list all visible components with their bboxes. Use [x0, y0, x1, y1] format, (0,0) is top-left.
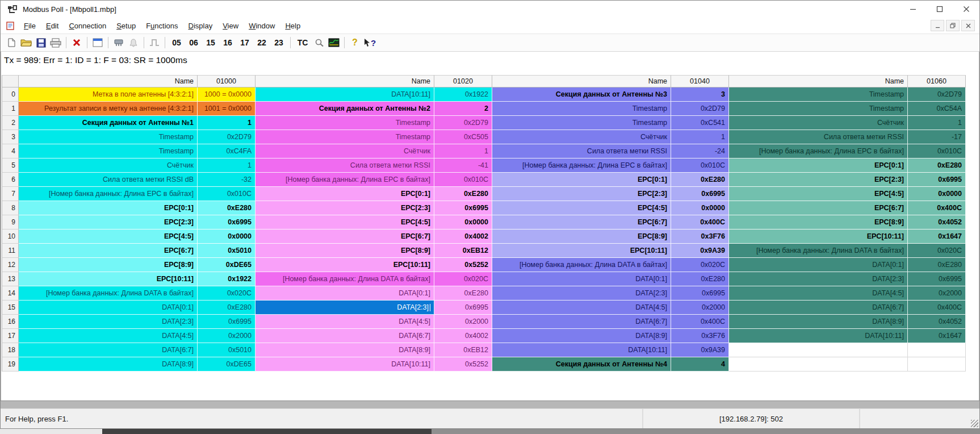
mdi-restore-icon[interactable]	[946, 20, 960, 31]
row-header-18[interactable]: 18	[2, 343, 19, 357]
row-header-10[interactable]: 10	[2, 229, 19, 244]
cell-name-r9-c0[interactable]: EPC[2:3]	[19, 215, 198, 229]
cell-name-r2-c2[interactable]: Timestamp	[492, 116, 671, 130]
cell-name-r8-c2[interactable]: EPC[4:5]	[492, 201, 671, 215]
cell-value-r15-c3[interactable]: 0x400C	[908, 301, 966, 315]
cell-value-r9-c3[interactable]: 0x4052	[908, 215, 966, 229]
cell-name-r19-c3[interactable]	[729, 357, 908, 372]
cell-name-r5-c2[interactable]: [Номер банка данных: Длина EPC в байтах]	[492, 158, 671, 173]
cell-value-r15-c0[interactable]: 0xE280	[198, 301, 256, 315]
context-help-icon[interactable]: ?	[363, 36, 376, 49]
cell-value-r0-c3[interactable]: 0x2D79	[908, 87, 966, 102]
toolbar-function-17-button[interactable]: 17	[237, 36, 253, 49]
cell-value-r14-c0[interactable]: 0x020C	[198, 286, 256, 301]
row-header-11[interactable]: 11	[2, 244, 19, 258]
toolbar-function-05-button[interactable]: 05	[169, 36, 185, 49]
save-icon[interactable]	[34, 36, 48, 49]
cell-value-r16-c0[interactable]: 0x6995	[198, 315, 256, 329]
cell-value-r1-c2[interactable]: 0x2D79	[671, 102, 729, 116]
cell-value-r6-c1[interactable]: 0x010C	[434, 173, 492, 187]
cell-value-r4-c1[interactable]: 1	[434, 144, 492, 158]
cell-name-r1-c0[interactable]: Результат записи в метку на антенне [4:3…	[19, 102, 198, 116]
cell-name-r8-c3[interactable]: EPC[6:7]	[729, 201, 908, 215]
cell-name-r11-c3[interactable]: [Номер банка данных: Длина DATA в байтах…	[729, 244, 908, 258]
cell-value-r13-c3[interactable]: 0x6995	[908, 272, 966, 286]
cell-name-r8-c1[interactable]: EPC[2:3]	[256, 201, 434, 215]
row-header-13[interactable]: 13	[2, 272, 19, 286]
cell-name-r5-c0[interactable]: Счётчик	[19, 158, 198, 173]
cell-name-r3-c0[interactable]: Timestamp	[19, 130, 198, 144]
cell-name-r2-c0[interactable]: Секция данных от Антенны №1	[19, 116, 198, 130]
cell-value-r0-c1[interactable]: 0x1922	[434, 87, 492, 102]
cell-value-r3-c1[interactable]: 0xC505	[434, 130, 492, 144]
cell-value-r18-c1[interactable]: 0xEB12	[434, 343, 492, 357]
cell-name-r16-c1[interactable]: DATA[4:5]	[256, 315, 434, 329]
cell-name-r19-c1[interactable]: DATA[10:11]	[256, 357, 434, 372]
cell-name-r14-c2[interactable]: DATA[2:3]	[492, 286, 671, 301]
cell-name-r15-c2[interactable]: DATA[4:5]	[492, 301, 671, 315]
cell-value-r8-c2[interactable]: 0x0000	[671, 201, 729, 215]
menu-item-edit[interactable]: Edit	[41, 19, 64, 32]
alarm-bell-icon[interactable]	[127, 36, 140, 49]
cell-name-r2-c1[interactable]: Timestamp	[256, 116, 434, 130]
cell-name-r7-c3[interactable]: EPC[4:5]	[729, 187, 908, 201]
cell-value-r15-c1[interactable]: 0x6995	[434, 301, 492, 315]
cell-value-r14-c3[interactable]: 0x2000	[908, 286, 966, 301]
resize-grip[interactable]	[971, 420, 978, 427]
cell-name-r3-c1[interactable]: Timestamp	[256, 130, 434, 144]
cell-value-r15-c2[interactable]: 0x2000	[671, 301, 729, 315]
selected-cell[interactable]: DATA[2:3]	[256, 301, 434, 315]
cell-value-r19-c1[interactable]: 0x5252	[434, 357, 492, 372]
cell-name-r14-c3[interactable]: DATA[4:5]	[729, 286, 908, 301]
cell-name-r6-c1[interactable]: [Номер банка данных: Длина EPC в байтах]	[256, 173, 434, 187]
cell-value-r17-c3[interactable]: 0x1647	[908, 329, 966, 343]
cell-name-r19-c0[interactable]: DATA[8:9]	[19, 357, 198, 372]
cell-value-r7-c1[interactable]: 0xE280	[434, 187, 492, 201]
cell-value-r9-c1[interactable]: 0x0000	[434, 215, 492, 229]
cell-name-r19-c2[interactable]: Секция данных от Антенны №4	[492, 357, 671, 372]
row-header-16[interactable]: 16	[2, 315, 19, 329]
cell-value-r1-c0[interactable]: 1001 = 0x0000	[198, 102, 256, 116]
row-header-2[interactable]: 2	[2, 116, 19, 130]
cell-name-r4-c1[interactable]: Счётчик	[256, 144, 434, 158]
row-header-12[interactable]: 12	[2, 258, 19, 272]
cell-value-r3-c2[interactable]: 1	[671, 130, 729, 144]
cell-name-r18-c1[interactable]: DATA[8:9]	[256, 343, 434, 357]
cell-value-r19-c2[interactable]: 4	[671, 357, 729, 372]
menu-item-window[interactable]: Window	[244, 19, 280, 32]
connection-setup-icon[interactable]	[112, 36, 125, 49]
toolbar-function-16-button[interactable]: 16	[220, 36, 236, 49]
minimize-icon[interactable]	[899, 1, 926, 18]
toolbar-function-15-button[interactable]: 15	[203, 36, 219, 49]
cell-value-r5-c0[interactable]: 1	[198, 158, 256, 173]
cell-value-r2-c1[interactable]: 0x2D79	[434, 116, 492, 130]
cell-name-r1-c2[interactable]: Timestamp	[492, 102, 671, 116]
cell-value-r5-c1[interactable]: -41	[434, 158, 492, 173]
cell-name-r10-c1[interactable]: EPC[6:7]	[256, 229, 434, 244]
cell-value-r19-c3[interactable]	[908, 357, 966, 372]
cell-name-r13-c0[interactable]: EPC[10:11]	[19, 272, 198, 286]
cell-value-r3-c3[interactable]: -17	[908, 130, 966, 144]
menu-item-display[interactable]: Display	[183, 19, 218, 32]
cell-value-r4-c0[interactable]: 0xC4FA	[198, 144, 256, 158]
toolbar-function-22-button[interactable]: 22	[254, 36, 270, 49]
cell-value-r9-c2[interactable]: 0x400C	[671, 215, 729, 229]
cell-value-r11-c3[interactable]: 0x020C	[908, 244, 966, 258]
cell-value-r18-c0[interactable]: 0x5010	[198, 343, 256, 357]
cell-value-r13-c2[interactable]: 0xE280	[671, 272, 729, 286]
row-header-17[interactable]: 17	[2, 329, 19, 343]
cell-name-r17-c1[interactable]: DATA[6:7]	[256, 329, 434, 343]
cell-value-r18-c2[interactable]: 0x9A39	[671, 343, 729, 357]
display-setup-icon[interactable]	[91, 36, 104, 49]
horizontal-scroll-band[interactable]	[1, 400, 979, 409]
cell-name-r12-c0[interactable]: EPC[8:9]	[19, 258, 198, 272]
cell-name-r8-c0[interactable]: EPC[0:1]	[19, 201, 198, 215]
toolbar-function-06-button[interactable]: 06	[186, 36, 202, 49]
cell-name-r5-c1[interactable]: Сила ответа метки RSSI	[256, 158, 434, 173]
cell-value-r17-c0[interactable]: 0x2000	[198, 329, 256, 343]
cell-value-r2-c0[interactable]: 1	[198, 116, 256, 130]
cell-value-r13-c0[interactable]: 0x1922	[198, 272, 256, 286]
cell-name-r3-c3[interactable]: Сила ответа метки RSSI	[729, 130, 908, 144]
cell-value-r10-c2[interactable]: 0x3F76	[671, 229, 729, 244]
traffic-monitor-icon[interactable]	[327, 36, 341, 49]
